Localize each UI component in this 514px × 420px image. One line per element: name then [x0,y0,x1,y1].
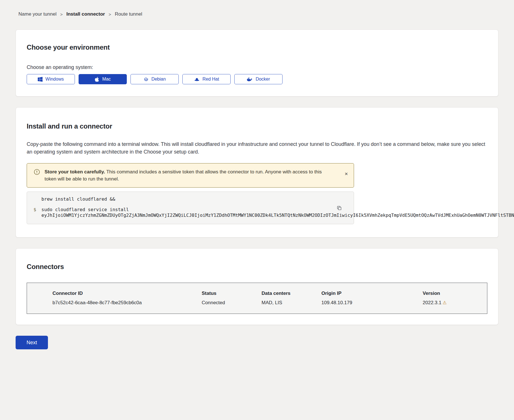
os-button-label: Windows [45,77,64,82]
os-button-group: Windows Mac Debian Red Hat [27,74,487,84]
connectors-card: Connectors Connector ID Status Data cent… [16,248,498,325]
column-header-data-centers: Data centers [257,283,317,299]
windows-icon [38,77,43,82]
os-button-docker[interactable]: Docker [234,74,283,84]
token-warning-banner: Store your token carefully. This command… [27,163,354,188]
command-text: sudo cloudflared service install eyJhIjo… [41,207,514,218]
copy-icon[interactable] [336,204,343,212]
column-header-status: Status [197,283,257,299]
alert-circle-icon [34,169,40,175]
os-label: Choose an operating system: [27,64,487,70]
warning-message: Store your token carefully. This command… [45,168,340,182]
version-cell: 2022.3.1⚠ [418,298,487,314]
environment-card-title: Choose your environment [27,43,487,51]
connectors-card-title: Connectors [27,263,487,271]
os-button-label: Red Hat [203,77,219,82]
install-card: Install and run a connector Copy-paste t… [16,107,498,238]
shell-prompt [33,196,41,202]
install-card-title: Install and run a connector [27,122,487,130]
connectors-table-header-row: Connector ID Status Data centers Origin … [27,283,487,299]
breadcrumb: Name your tunnel > Install connector > R… [16,11,498,17]
os-button-mac[interactable]: Mac [79,74,127,84]
debian-icon [144,77,149,82]
connectors-table: Connector ID Status Data centers Origin … [27,283,487,314]
data-centers-cell: MAD, LIS [257,298,317,314]
os-button-label: Mac [102,77,111,82]
connector-id-cell: b7c52c42-6caa-48ee-8c77-fbe259cb6c0a [27,298,197,314]
column-header-version: Version [418,283,487,299]
os-button-debian[interactable]: Debian [130,74,179,84]
install-description: Copy-paste the following command into a … [27,140,487,156]
breadcrumb-route-tunnel[interactable]: Route tunnel [115,11,142,17]
docker-icon [247,77,253,81]
os-button-label: Docker [256,77,270,82]
breadcrumb-separator: > [109,12,111,17]
apple-icon [94,77,99,82]
code-line: brew install cloudflared && [33,196,330,202]
tunnel-setup-page: Name your tunnel > Install connector > R… [0,0,514,349]
version-value: 2022.3.1 [423,300,441,305]
warning-message-bold: Store your token carefully. [45,169,105,175]
column-header-connector-id: Connector ID [27,283,197,299]
redhat-icon [194,77,200,81]
breadcrumb-install-connector[interactable]: Install connector [66,11,105,17]
code-line: $ sudo cloudflared service install eyJhI… [33,207,330,218]
origin-ip-cell: 109.48.10.179 [317,298,418,314]
connector-row: b7c52c42-6caa-48ee-8c77-fbe259cb6c0a Con… [27,298,487,314]
os-button-redhat[interactable]: Red Hat [182,74,231,84]
os-button-label: Debian [151,77,166,82]
command-code-block: brew install cloudflared && $ sudo cloud… [27,192,354,224]
os-button-windows[interactable]: Windows [27,74,75,84]
shell-prompt: $ [33,207,41,218]
column-header-origin-ip: Origin IP [317,283,418,299]
next-button[interactable]: Next [16,336,48,349]
warning-triangle-icon: ⚠ [443,300,446,305]
environment-card: Choose your environment Choose an operat… [16,30,498,96]
status-cell: Connected [197,298,257,314]
close-icon[interactable]: ✕ [344,171,348,177]
breadcrumb-separator: > [60,12,63,17]
breadcrumb-name-your-tunnel[interactable]: Name your tunnel [18,11,56,17]
command-text: brew install cloudflared && [41,196,330,202]
